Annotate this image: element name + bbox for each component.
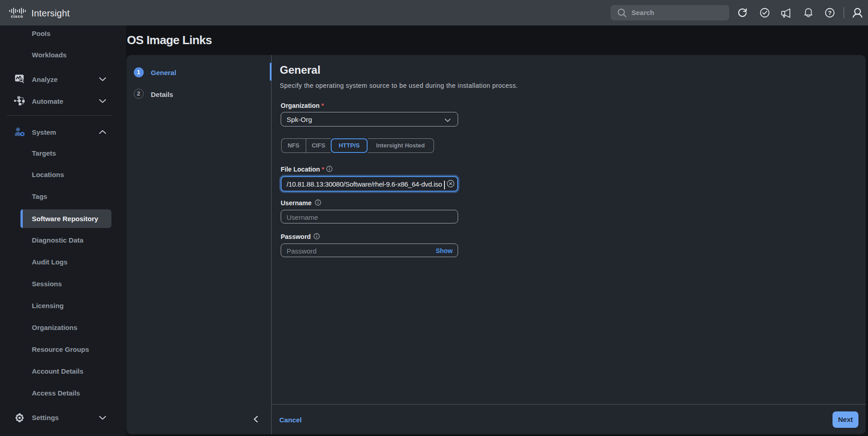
svg-text:cisco: cisco	[11, 14, 23, 18]
svg-text:?: ?	[828, 10, 832, 16]
